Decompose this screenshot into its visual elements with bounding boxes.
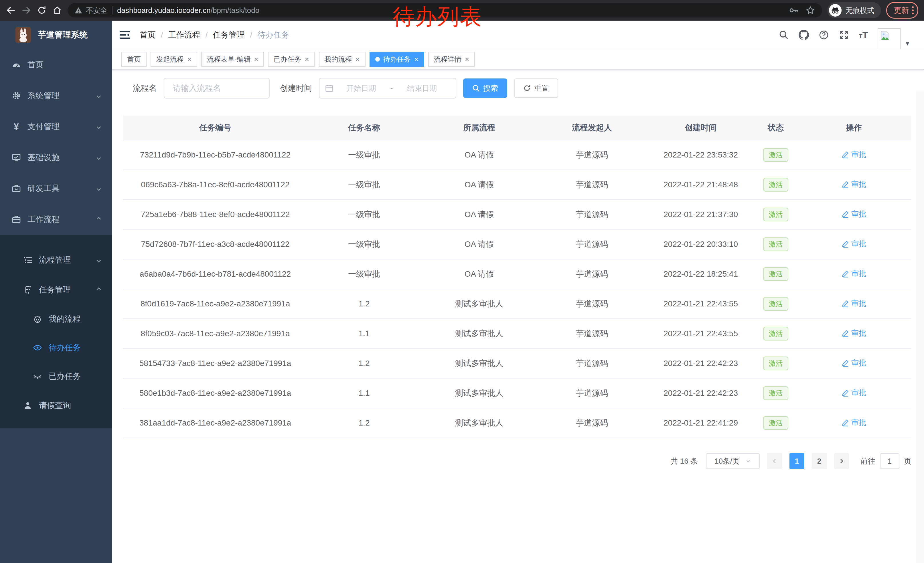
- status-badge: 激活: [763, 327, 788, 341]
- breadcrumb-task-management[interactable]: 任务管理: [213, 30, 245, 41]
- screen: 不安全 dashboard.yudao.iocoder.cn/bpm/task/…: [0, 0, 924, 563]
- back-icon[interactable]: [6, 5, 16, 15]
- sidebar-item-task-management[interactable]: 任务管理: [0, 275, 112, 305]
- cell-action: 审批: [796, 230, 911, 259]
- tab-2[interactable]: 流程表单-编辑×: [201, 52, 264, 67]
- page-button-2[interactable]: 2: [812, 453, 826, 469]
- sidebar-item-devtools[interactable]: 研发工具: [0, 173, 112, 204]
- warning-icon: [74, 6, 82, 14]
- caret-down-icon[interactable]: ▼: [904, 41, 910, 47]
- sidebar-collapse-icon[interactable]: [119, 29, 130, 41]
- approve-link[interactable]: 审批: [842, 179, 866, 189]
- tab-close-icon[interactable]: ×: [187, 56, 192, 63]
- search-icon[interactable]: [778, 30, 789, 40]
- cell-initiator: 芋道源码: [538, 348, 646, 378]
- cell-status: 激活: [755, 259, 796, 289]
- tab-4[interactable]: 我的流程×: [319, 52, 366, 67]
- tab-1[interactable]: 发起流程×: [151, 52, 197, 67]
- yen-icon: ¥: [12, 122, 21, 131]
- breadcrumb-home[interactable]: 首页: [140, 30, 156, 41]
- status-badge: 激活: [763, 237, 788, 251]
- sidebar-item-infrastructure[interactable]: 基础设施: [0, 142, 112, 173]
- approve-link[interactable]: 审批: [842, 209, 866, 219]
- avatar[interactable]: [878, 28, 900, 50]
- approve-link[interactable]: 审批: [842, 239, 866, 249]
- approve-link[interactable]: 审批: [842, 150, 866, 159]
- security-status[interactable]: 不安全: [74, 6, 107, 15]
- browser-update-button[interactable]: 更新: [886, 2, 918, 19]
- tab-close-icon[interactable]: ×: [254, 56, 258, 63]
- key-icon[interactable]: [789, 6, 799, 15]
- approve-link[interactable]: 审批: [842, 388, 866, 398]
- edit-icon: [842, 240, 849, 248]
- prev-page-button[interactable]: [767, 453, 782, 469]
- bookmark-star-icon[interactable]: [806, 6, 815, 15]
- incognito-label: 无痕模式: [846, 6, 874, 15]
- approve-link[interactable]: 审批: [842, 328, 866, 338]
- date-range-picker[interactable]: 开始日期 - 结束日期: [319, 78, 456, 99]
- cell-initiator: 芋道源码: [538, 170, 646, 200]
- edit-icon: [842, 359, 849, 367]
- process-name-input[interactable]: [164, 78, 270, 99]
- cell-name: 1.2: [308, 408, 421, 438]
- github-icon[interactable]: [799, 30, 809, 40]
- status-badge: 激活: [763, 297, 788, 311]
- scrollbar-gutter[interactable]: [916, 90, 924, 563]
- home-icon[interactable]: [52, 5, 62, 15]
- next-page-button[interactable]: [834, 453, 849, 469]
- breadcrumb-separator: /: [161, 30, 163, 39]
- tab-close-icon[interactable]: ×: [356, 56, 360, 63]
- tab-close-icon[interactable]: ×: [465, 56, 469, 63]
- approve-link[interactable]: 审批: [842, 299, 866, 308]
- edit-icon: [842, 300, 849, 307]
- reset-button[interactable]: 重置: [514, 78, 558, 98]
- edit-icon: [842, 330, 849, 337]
- cell-action: 审批: [796, 378, 911, 408]
- sidebar-item-leave-query[interactable]: 请假查询: [0, 390, 112, 420]
- tab-close-icon[interactable]: ×: [414, 56, 418, 63]
- status-badge: 激活: [763, 386, 788, 400]
- forward-icon[interactable]: [21, 5, 32, 15]
- tab-close-icon[interactable]: ×: [304, 56, 309, 63]
- sidebar-item-todo-tasks[interactable]: 待办任务: [0, 333, 112, 362]
- browser-menu-icon[interactable]: [912, 6, 914, 15]
- approve-link[interactable]: 审批: [842, 417, 866, 428]
- header-create-time: 创建时间: [646, 116, 755, 140]
- sidebar-item-workflow[interactable]: 工作流程: [0, 204, 112, 235]
- sidebar-item-process-management[interactable]: 流程管理: [0, 245, 112, 275]
- tab-5[interactable]: 待办任务×: [369, 52, 424, 67]
- cell-status: 激活: [755, 408, 796, 438]
- incognito-badge: 无痕模式: [827, 2, 881, 18]
- cell-created: 2022-01-21 22:41:29: [646, 408, 755, 438]
- tab-3[interactable]: 已办任务×: [268, 52, 315, 67]
- tab-label: 流程表单-编辑: [207, 55, 250, 64]
- sidebar-item-home[interactable]: 首页: [0, 49, 112, 80]
- sidebar-item-system[interactable]: 系统管理: [0, 80, 112, 111]
- sidebar-item-payment[interactable]: ¥ 支付管理: [0, 111, 112, 142]
- logo-image: [15, 27, 31, 43]
- page-size-select[interactable]: 10条/页: [706, 453, 760, 469]
- sidebar-item-done-tasks[interactable]: 已办任务: [0, 362, 112, 390]
- font-size-icon[interactable]: TT: [859, 30, 868, 41]
- reload-icon[interactable]: [37, 5, 47, 15]
- fullscreen-icon[interactable]: [839, 30, 849, 40]
- search-button[interactable]: 搜索: [463, 78, 507, 98]
- page-button-1[interactable]: 1: [789, 453, 804, 469]
- cell-created: 2022-01-22 21:48:48: [646, 170, 755, 200]
- breadcrumb-workflow[interactable]: 工作流程: [168, 30, 200, 41]
- filter-form: 流程名 创建时间 开始日期 - 结束日期 搜索 重: [133, 78, 924, 99]
- approve-link[interactable]: 审批: [842, 358, 866, 368]
- header-initiator: 流程发起人: [538, 116, 646, 140]
- annotation-text: 待办列表: [393, 5, 482, 29]
- help-icon[interactable]: [819, 30, 829, 40]
- sidebar-item-label: 工作流程: [27, 214, 60, 225]
- sidebar-item-my-process[interactable]: 我的流程: [0, 305, 112, 333]
- tab-0[interactable]: 首页: [122, 52, 147, 67]
- goto-page-input[interactable]: [880, 453, 899, 469]
- cell-process: 测试多审批人: [421, 289, 538, 319]
- cell-name: 一级审批: [308, 259, 421, 289]
- approve-link[interactable]: 审批: [842, 269, 866, 279]
- tab-6[interactable]: 流程详情×: [428, 52, 475, 67]
- app-logo[interactable]: 芋道管理系统: [0, 21, 112, 49]
- toolbox-icon: [12, 183, 21, 193]
